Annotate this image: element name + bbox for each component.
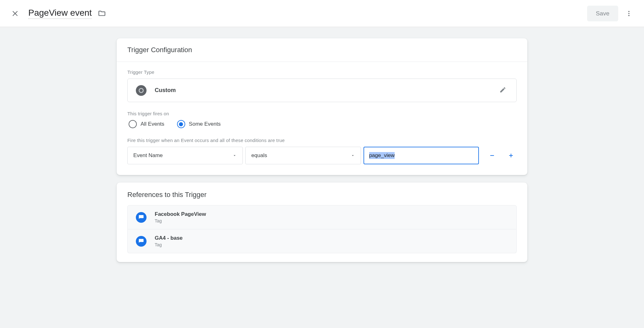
topbar: PageView event Save — [0, 0, 644, 27]
trigger-config-title: Trigger Configuration — [117, 38, 527, 62]
references-title: References to this Trigger — [117, 183, 527, 205]
folder-button[interactable] — [96, 8, 108, 19]
tag-icon — [136, 236, 147, 247]
minus-icon — [489, 152, 495, 159]
condition-value-input[interactable]: page_view — [364, 147, 479, 164]
close-button[interactable] — [8, 6, 23, 21]
trigger-config-card: Trigger Configuration Trigger Type Custo… — [117, 38, 527, 175]
condition-operator-select[interactable]: equals — [245, 147, 361, 164]
more-vert-icon — [625, 10, 632, 17]
trigger-type-selector[interactable]: Custom — [127, 79, 517, 102]
folder-icon — [98, 9, 106, 18]
reference-name: Facebook PageView — [155, 211, 206, 217]
remove-condition-button[interactable] — [486, 150, 498, 161]
edit-trigger-type-button[interactable] — [497, 85, 508, 96]
svg-point-3 — [628, 13, 630, 14]
fires-on-label: This trigger fires on — [127, 111, 517, 116]
plus-icon — [508, 152, 514, 159]
condition-variable-select[interactable]: Event Name — [127, 147, 243, 164]
tag-icon — [136, 212, 147, 223]
trigger-type-name: Custom — [155, 87, 497, 94]
add-condition-button[interactable] — [505, 150, 517, 161]
svg-point-4 — [628, 15, 630, 16]
reference-name: GA4 - base — [155, 235, 183, 241]
fires-on-radio-group: All Events Some Events — [127, 120, 517, 128]
condition-row: Event Name equals page_view — [127, 147, 517, 164]
svg-point-2 — [628, 11, 630, 12]
condition-variable-value: Event Name — [133, 152, 232, 159]
reference-type: Tag — [155, 218, 206, 223]
chevron-down-icon — [351, 153, 355, 158]
radio-all-label: All Events — [141, 121, 164, 127]
reference-item[interactable]: Facebook PageView Tag — [127, 205, 517, 229]
reference-type: Tag — [155, 242, 183, 247]
close-icon — [12, 10, 19, 17]
references-card: References to this Trigger Facebook Page… — [117, 183, 527, 262]
radio-all-events[interactable]: All Events — [129, 120, 164, 128]
radio-icon — [177, 120, 185, 128]
pencil-icon — [499, 86, 506, 93]
radio-some-label: Some Events — [189, 121, 221, 127]
page-title[interactable]: PageView event — [28, 8, 92, 19]
condition-operator-value: equals — [251, 152, 350, 159]
condition-value-text: page_view — [369, 152, 395, 159]
radio-some-events[interactable]: Some Events — [177, 120, 221, 128]
custom-trigger-icon — [136, 85, 147, 96]
trigger-type-label: Trigger Type — [127, 69, 517, 75]
reference-item[interactable]: GA4 - base Tag — [127, 229, 517, 253]
radio-icon — [129, 120, 137, 128]
condition-label: Fire this trigger when an Event occurs a… — [127, 138, 517, 143]
more-menu-button[interactable] — [621, 6, 636, 21]
chevron-down-icon — [232, 153, 237, 158]
save-button[interactable]: Save — [587, 6, 618, 21]
